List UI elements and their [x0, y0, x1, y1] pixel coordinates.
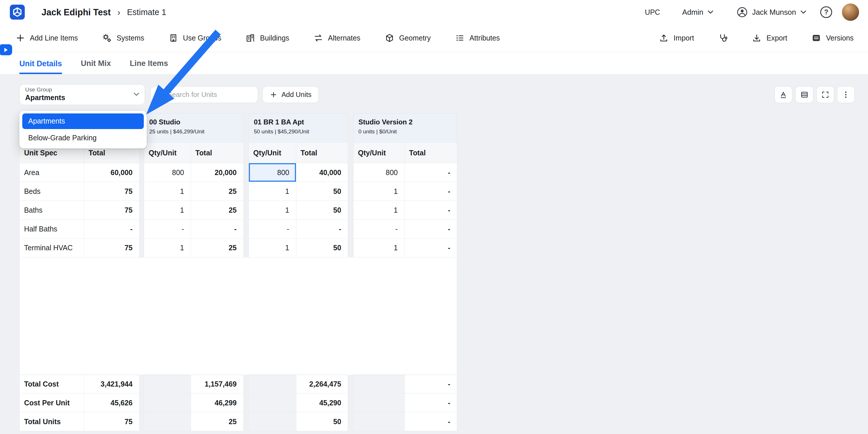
qty-cell-selected[interactable]: 800 [249, 163, 296, 182]
qty-cell[interactable]: 1 [249, 239, 296, 257]
list-icon [455, 33, 465, 43]
systems-button[interactable]: Systems [102, 33, 144, 43]
qty-cell[interactable]: - [249, 220, 296, 239]
buildings-button[interactable]: Buildings [246, 33, 289, 43]
fullscreen-button[interactable] [816, 86, 834, 103]
table-row: Area 60,000 800 20,000 800 40,000 800 - [20, 163, 457, 182]
summary-total-cell: 25 [191, 412, 244, 431]
toolbar-label: Buildings [260, 34, 289, 42]
total-cell: 50 [296, 239, 348, 257]
more-options-button[interactable] [837, 86, 855, 103]
column-gap [244, 142, 249, 163]
user-avatar[interactable] [842, 3, 859, 21]
geometry-button[interactable]: Geometry [385, 33, 431, 43]
qty-cell[interactable]: 1 [249, 201, 296, 220]
column-gap [140, 412, 144, 431]
column-gap [244, 394, 249, 412]
qty-cell[interactable]: 1 [353, 182, 405, 201]
toolbar-label: Import [674, 34, 694, 42]
font-format-button[interactable] [775, 86, 792, 103]
use-group-value: Apartments [25, 93, 139, 102]
use-groups-button[interactable]: Use Groups [169, 33, 221, 43]
search-icon [156, 91, 164, 99]
header-right: UPC Admin Jack Munson ? [645, 3, 859, 21]
toolbar-label: Add Line Items [30, 34, 78, 42]
table-row: Baths 75 1 25 1 50 1 - [20, 201, 457, 220]
total-header: Total [296, 142, 348, 163]
table-view-button[interactable] [795, 86, 813, 103]
total-cell: 20,000 [191, 163, 244, 182]
ediphi-logo-icon[interactable] [10, 5, 25, 20]
versions-icon [812, 33, 821, 43]
unit-card[interactable]: 00 Studio 25 units | $46,299/Unit [144, 114, 243, 142]
total-cell: 40,000 [296, 163, 348, 182]
qty-header: Qty/Unit [353, 142, 405, 163]
breadcrumb-project[interactable]: Jack Ediphi Test [41, 7, 111, 18]
qty-cell[interactable]: 1 [144, 239, 191, 257]
column-gap [140, 182, 144, 201]
column-gap [140, 239, 144, 257]
content-area: Use Group Apartments Add Units [0, 74, 868, 434]
total-header: Total [191, 142, 244, 163]
summary-total-cell: 3,421,944 [84, 375, 140, 394]
download-icon [752, 33, 762, 43]
tab-unit-details[interactable]: Unit Details [20, 59, 62, 74]
qty-cell[interactable]: 1 [353, 239, 405, 257]
dropdown-option-apartments[interactable]: Apartments [22, 114, 144, 129]
column-gap [244, 163, 249, 182]
column-gap [348, 201, 353, 220]
plus-icon [270, 91, 277, 98]
summary-total-cell: 75 [84, 412, 140, 431]
table-row: Beds 75 1 25 1 50 1 - [20, 182, 457, 201]
summary-total-cell: - [405, 412, 458, 431]
buildings-icon [246, 33, 255, 43]
summary-total-cell: 45,290 [296, 394, 348, 412]
alternates-button[interactable]: Alternates [314, 33, 361, 43]
add-units-label: Add Units [281, 91, 312, 99]
qty-cell[interactable]: 1 [144, 182, 191, 201]
summary-label: Total Cost [20, 375, 84, 394]
import-button[interactable]: Import [659, 33, 694, 43]
unit-card[interactable]: 01 BR 1 BA Apt 50 units | $45,290/Unit [249, 114, 348, 142]
attributes-button[interactable]: Attributes [455, 33, 500, 43]
qty-cell[interactable]: 1 [249, 182, 296, 201]
admin-menu[interactable]: Admin [682, 8, 713, 17]
search-input[interactable] [167, 91, 253, 99]
add-line-items-button[interactable]: Add Line Items [16, 33, 78, 43]
dropdown-option-below-grade-parking[interactable]: Below-Grade Parking [22, 130, 144, 146]
export-button[interactable]: Export [752, 33, 787, 43]
qty-cell[interactable]: - [144, 220, 191, 239]
tab-line-items[interactable]: Line Items [130, 59, 168, 74]
help-glyph: ? [824, 8, 828, 16]
summary-row: Total Units 75 25 50 - [20, 412, 457, 431]
column-gap [348, 220, 353, 239]
stethoscope-button[interactable] [718, 33, 728, 43]
toolbar-right: Import Export Versions [659, 33, 854, 43]
qty-cell[interactable]: 1 [353, 201, 405, 220]
search-box [151, 86, 258, 103]
help-button[interactable]: ? [820, 6, 832, 18]
versions-button[interactable]: Versions [812, 33, 854, 43]
total-header: Total [405, 142, 458, 163]
summary-empty-cell [249, 394, 296, 412]
row-label: Baths [20, 201, 84, 220]
toolbar-label: Alternates [328, 34, 361, 42]
user-menu[interactable]: Jack Munson [737, 7, 806, 18]
summary-total-cell: 2,264,475 [296, 375, 348, 394]
expand-sidebar-handle[interactable] [0, 44, 12, 55]
use-group-dropdown-menu: Apartments Below-Grade Parking [20, 111, 147, 148]
qty-cell[interactable]: 800 [144, 163, 191, 182]
column-gap [348, 163, 353, 182]
summary-empty-cell [144, 375, 191, 394]
unit-card[interactable]: Studio Version 2 0 units | $0/Unit [353, 114, 458, 142]
tab-unit-mix[interactable]: Unit Mix [81, 59, 111, 74]
column-gap [244, 412, 249, 431]
column-gap [140, 201, 144, 220]
add-units-button[interactable]: Add Units [262, 86, 319, 103]
qty-cell[interactable]: 1 [144, 201, 191, 220]
summary-label: Total Units [20, 412, 84, 431]
use-group-select[interactable]: Use Group Apartments [20, 84, 145, 105]
qty-cell[interactable]: - [353, 220, 405, 239]
qty-cell[interactable]: 800 [353, 163, 405, 182]
upc-link[interactable]: UPC [645, 8, 660, 17]
